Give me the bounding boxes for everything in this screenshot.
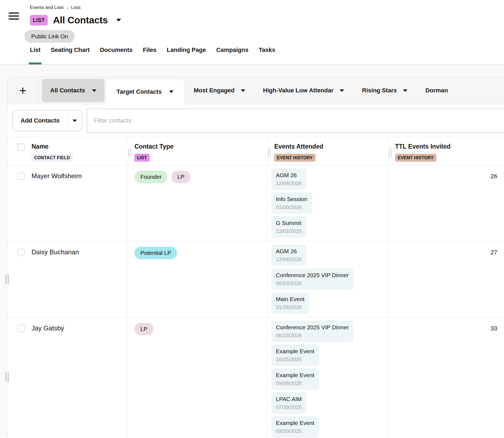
segment-tab-most-engaged[interactable]: Most Engaged	[185, 87, 254, 94]
chevron-down-icon[interactable]	[116, 19, 121, 21]
column-header-ttl-events-invited: TTL Events InvitedEVENT HISTORY	[388, 137, 504, 165]
chevron-down-icon	[73, 120, 77, 122]
tab-documents[interactable]: Documents	[100, 46, 133, 64]
table-body: Mayer WolfsheimFounderLPAGM 2612/04/2026…	[8, 165, 504, 438]
select-all-checkbox[interactable]	[17, 143, 25, 151]
row-checkbox[interactable]	[17, 249, 25, 256]
segment-tab-label: Rising Stars	[362, 87, 397, 94]
contact-type-chip-lp[interactable]: LP	[134, 323, 153, 335]
segment-tab-label: High-Value Low Attendar	[263, 87, 334, 94]
column-type-badge: LIST	[134, 154, 150, 162]
event-date: 06/23/2026	[276, 280, 349, 286]
column-header-contact-type: Contact TypeLIST	[128, 137, 267, 165]
add-contacts-split-button: Add Contacts	[12, 110, 82, 131]
segment-tab-dorman[interactable]: Dorman	[416, 87, 457, 94]
segment-tabs: All ContactsTarget ContactsMost EngagedH…	[38, 77, 504, 104]
column-title: Contact Type	[134, 143, 267, 150]
event-chip[interactable]: G Summit12/02/2025	[271, 216, 306, 238]
column-header-name: NameCONTACT FIELD	[8, 137, 128, 165]
contact-type-chip-potential-lp[interactable]: Potential LP	[134, 247, 177, 259]
events-attended-cell: AGM 2612/04/2026Conference 2025 VIP Dinn…	[267, 241, 388, 317]
event-chip[interactable]: Example Event03/20/2025	[271, 416, 319, 438]
event-date: 12/04/2026	[276, 180, 302, 186]
primary-nav: ListSeating ChartDocumentsFilesLanding P…	[30, 46, 275, 64]
event-name: AGM 26	[276, 248, 302, 255]
row-checkbox[interactable]	[17, 173, 25, 180]
row-drag-handle[interactable]	[6, 275, 8, 284]
table-row: Mayer WolfsheimFounderLPAGM 2612/04/2026…	[8, 165, 504, 241]
column-drag-handle[interactable]	[389, 149, 392, 157]
row-drag-handle[interactable]	[6, 373, 8, 382]
table-row: Daisy BuchananPotential LPAGM 2612/04/20…	[8, 241, 504, 317]
event-chip[interactable]: Main Event01/26/2026	[271, 292, 309, 314]
column-header-events-attended: Events AttendedEVENT HISTORY	[267, 137, 388, 165]
event-date: 01/26/2026	[276, 304, 304, 310]
hamburger-menu-icon[interactable]	[9, 12, 19, 21]
name-cell: Daisy Buchanan	[8, 241, 128, 317]
breadcrumb-item-events-and-lists[interactable]: Events and Lists	[30, 5, 64, 10]
contact-name: Jay Gatsby	[32, 324, 128, 332]
tab-landing-page[interactable]: Landing Page	[167, 46, 206, 64]
row-checkbox[interactable]	[17, 325, 25, 332]
column-title: Name	[32, 143, 128, 150]
event-name: AGM 26	[276, 171, 302, 179]
contact-type-chip-founder[interactable]: Founder	[134, 171, 168, 183]
ttl-events-invited-cell: 26	[388, 165, 504, 241]
main-content: + All ContactsTarget ContactsMost Engage…	[0, 65, 504, 437]
event-chip[interactable]: Conference 2025 VIP Dinner06/23/2026	[271, 321, 353, 342]
title-row: LIST All Contacts	[30, 15, 121, 26]
column-drag-handle[interactable]	[128, 149, 131, 157]
ttl-events-invited-cell: 27	[388, 241, 504, 317]
event-chip[interactable]: Example Event10/25/2025	[271, 345, 319, 366]
name-cell: Jay Gatsby	[8, 317, 128, 438]
table-header-row: NameCONTACT FIELDContact TypeLISTEvents …	[8, 137, 504, 165]
segment-tab-high-value-low-attendar[interactable]: High-Value Low Attendar	[254, 87, 353, 94]
public-link-status-pill[interactable]: Public Link On	[24, 30, 75, 43]
event-chip[interactable]: Example Event09/08/2025	[271, 368, 319, 390]
ttl-events-invited-cell: 33	[388, 317, 504, 438]
column-drag-handle[interactable]	[268, 149, 271, 157]
event-name: G Summit	[276, 219, 302, 227]
contact-name: Daisy Buchanan	[32, 248, 128, 256]
chevron-down-icon	[340, 89, 344, 92]
filter-contacts-input[interactable]	[87, 109, 504, 133]
event-chip[interactable]: AGM 2612/04/2026	[271, 245, 306, 266]
breadcrumb-item-lists[interactable]: Lists	[71, 5, 81, 10]
segment-tab-rising-stars[interactable]: Rising Stars	[353, 87, 416, 94]
name-cell: Mayer Wolfsheim	[8, 165, 128, 241]
event-name: Info Session	[276, 195, 307, 203]
tab-campaigns[interactable]: Campaigns	[216, 46, 248, 64]
contact-type-cell: Potential LP	[128, 241, 267, 317]
breadcrumb-separator: ›	[67, 5, 68, 10]
segment-tab-label: Most Engaged	[194, 87, 234, 94]
event-name: Example Event	[276, 348, 314, 355]
event-date: 06/23/2026	[276, 332, 349, 339]
tab-files[interactable]: Files	[143, 46, 156, 64]
event-chip[interactable]: LPAC AIM07/29/2025	[271, 392, 306, 414]
column-type-badge: EVENT HISTORY	[395, 154, 436, 162]
event-date: 07/29/2025	[276, 404, 302, 410]
tab-tasks[interactable]: Tasks	[259, 46, 275, 64]
tab-seating-chart[interactable]: Seating Chart	[51, 46, 90, 64]
add-segment-button[interactable]: +	[8, 77, 38, 104]
event-name: Example Event	[276, 371, 314, 379]
event-chip[interactable]: Info Session01/20/2026	[271, 192, 312, 214]
column-type-badge: EVENT HISTORY	[274, 154, 316, 162]
page-title: All Contacts	[53, 15, 108, 26]
add-contacts-dropdown[interactable]	[67, 111, 82, 131]
event-chip[interactable]: AGM 2612/04/2026	[271, 168, 306, 190]
segment-tab-strip: + All ContactsTarget ContactsMost Engage…	[8, 77, 504, 104]
event-name: Main Event	[276, 295, 304, 303]
event-chip[interactable]: Conference 2025 VIP Dinner06/23/2026	[271, 268, 353, 290]
breadcrumb: Events and Lists›Lists	[30, 5, 81, 10]
column-title: TTL Events Invited	[395, 143, 504, 150]
chevron-down-icon	[403, 89, 407, 92]
segment-tab-target-contacts[interactable]: Target Contacts	[105, 79, 185, 104]
table-row: Jay GatsbyLPConference 2025 VIP Dinner06…	[8, 317, 504, 438]
event-name: Example Event	[276, 419, 314, 427]
tab-list[interactable]: List	[30, 46, 40, 64]
segment-tab-all-contacts[interactable]: All Contacts	[42, 79, 105, 102]
event-date: 12/04/2026	[276, 256, 302, 262]
contact-type-chip-lp[interactable]: LP	[171, 171, 190, 183]
add-contacts-button[interactable]: Add Contacts	[13, 111, 67, 131]
